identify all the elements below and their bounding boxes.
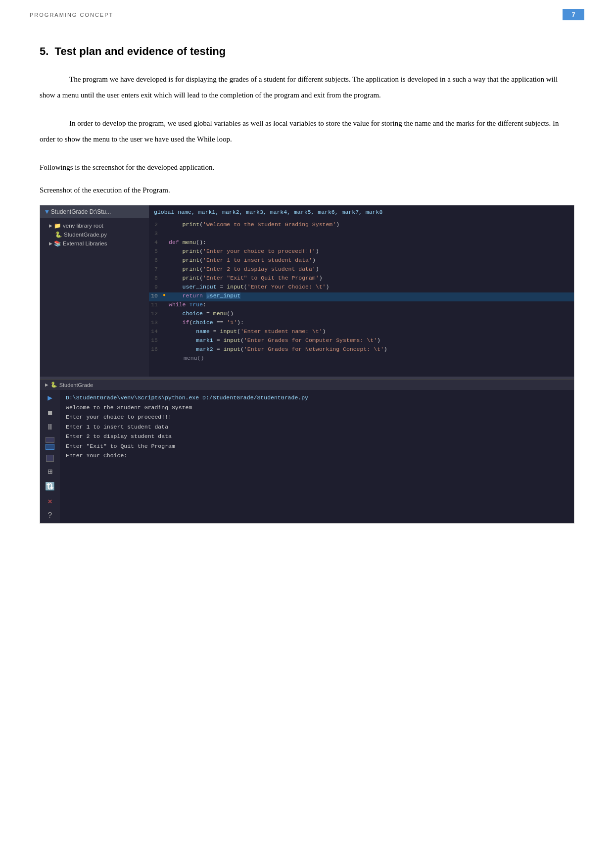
terminal-line-5: Enter "Exit" to Quit the Program bbox=[66, 441, 568, 451]
paragraph-4: Screenshot of the execution of the Progr… bbox=[40, 183, 574, 198]
code-line-2: 2 print('Welcome to the Student Grading … bbox=[149, 221, 574, 230]
page-number: 7 bbox=[563, 9, 584, 20]
ide-terminal: ▶ ◼ ⏸ ⊞ 🔃 ✕ ? D:\StudentGrade\venv\Scrip… bbox=[40, 390, 574, 523]
terminal-icon-stop[interactable]: ◼ bbox=[47, 408, 52, 418]
ide-logo-icon: ▼ bbox=[45, 208, 49, 216]
section-heading: 5. Test plan and evidence of testing bbox=[40, 45, 574, 58]
code-line-8: 8 print('Enter "Exit" to Quit the Progra… bbox=[149, 275, 574, 284]
page-header: PROGRAMING CONCEPT 7 bbox=[0, 0, 614, 25]
code-line-14: 14 name = input('Enter student name: \t'… bbox=[149, 328, 574, 337]
lib-icon: 📚 bbox=[54, 240, 61, 247]
code-line-15: 15 mark1 = input('Enter Grades for Compu… bbox=[149, 337, 574, 346]
terminal-icon-box3[interactable] bbox=[46, 455, 54, 462]
terminal-icon-box1[interactable] bbox=[46, 437, 54, 443]
terminal-line-3: Enter 1 to insert student data bbox=[66, 422, 568, 432]
sidebar-item-extlib[interactable]: ▶ 📚 External Libraries bbox=[40, 239, 149, 248]
sidebar-studentgrade-label: StudentGrade.py bbox=[64, 232, 107, 238]
paragraph-3: Followings is the screenshot for the dev… bbox=[40, 160, 574, 176]
code-line-4: 4 def menu(): bbox=[149, 239, 574, 248]
terminal-icon-recycle[interactable]: 🔃 bbox=[45, 482, 55, 491]
terminal-line-2: Enter your choice to proceed!!! bbox=[66, 412, 568, 422]
ide-sidebar: ▶ 📁 venv library root 🐍 StudentGrade.py … bbox=[40, 218, 149, 377]
code-line-6: 6 print('Enter 1 to insert student data'… bbox=[149, 257, 574, 266]
sidebar-extlib-label: External Libraries bbox=[63, 241, 107, 246]
code-line-16: 16 mark2 = input('Enter Grades for Netwo… bbox=[149, 346, 574, 355]
folder-icon: 📁 bbox=[54, 222, 61, 229]
code-line-12: 12 choice = menu() bbox=[149, 310, 574, 319]
ide-topbar: ▼ StudentGrade D:\Stu... global name, ma… bbox=[40, 205, 574, 218]
terminal-line-6: Enter Your Choice: bbox=[66, 451, 568, 461]
ide-screenshot: ▼ StudentGrade D:\Stu... global name, ma… bbox=[40, 205, 574, 524]
code-line-9: 9 user_input = input('Enter Your Choice:… bbox=[149, 284, 574, 292]
run-file-icon: 🐍 bbox=[50, 382, 57, 388]
code-line-13: 13 if(choice == '1'): bbox=[149, 319, 574, 328]
terminal-icon-question[interactable]: ? bbox=[47, 511, 52, 520]
run-bar-label: StudentGrade bbox=[59, 382, 94, 388]
sidebar-venv-label: venv library root bbox=[63, 223, 103, 229]
arrow-icon: ▶ bbox=[49, 223, 52, 228]
terminal-icon-close[interactable]: ✕ bbox=[47, 496, 52, 506]
arrow-icon-2: ▶ bbox=[49, 241, 52, 246]
header-title: PROGRAMING CONCEPT bbox=[30, 12, 113, 18]
terminal-line-1: Welcome to the Student Grading System bbox=[66, 403, 568, 413]
code-line-5: 5 print('Enter your choice to proceed!!!… bbox=[149, 248, 574, 257]
run-icon: ▶ bbox=[45, 382, 48, 388]
ide-project-title: StudentGrade D:\Stu... bbox=[51, 208, 111, 215]
paragraph-1: The program we have developed is for dis… bbox=[40, 72, 574, 103]
terminal-icon-box2[interactable] bbox=[46, 444, 54, 450]
sidebar-item-studentgrade[interactable]: 🐍 StudentGrade.py bbox=[40, 230, 149, 239]
code-line-10: 10 ● return user_input bbox=[149, 292, 574, 301]
ide-topbar-left: ▼ StudentGrade D:\Stu... bbox=[40, 205, 149, 218]
paragraph-2: In order to develop the program, we used… bbox=[40, 116, 574, 147]
terminal-line-4: Enter 2 to display student data bbox=[66, 432, 568, 441]
sidebar-item-venv[interactable]: ▶ 📁 venv library root bbox=[40, 221, 149, 230]
ide-code-editor: 2 print('Welcome to the Student Grading … bbox=[149, 218, 574, 377]
main-content: 5. Test plan and evidence of testing The… bbox=[0, 25, 614, 543]
terminal-icon-group bbox=[46, 437, 54, 450]
code-line-extra: menu() bbox=[149, 355, 574, 364]
run-bar: ▶ 🐍 StudentGrade bbox=[40, 379, 574, 390]
terminal-icon-play[interactable]: ▶ bbox=[47, 393, 52, 403]
terminal-sidebar: ▶ ◼ ⏸ ⊞ 🔃 ✕ ? bbox=[40, 390, 60, 523]
ide-topbar-right: global name, mark1, mark2, mark3, mark4,… bbox=[149, 205, 574, 218]
code-line-7: 7 print('Enter 2 to display student data… bbox=[149, 266, 574, 275]
ide-global-line: global name, mark1, mark2, mark3, mark4,… bbox=[154, 209, 382, 215]
terminal-icon-more[interactable]: ⊞ bbox=[47, 467, 52, 477]
code-line-11: 11 while True: bbox=[149, 301, 574, 310]
terminal-icon-pause[interactable]: ⏸ bbox=[46, 423, 54, 432]
ide-main-area: ▶ 📁 venv library root 🐍 StudentGrade.py … bbox=[40, 218, 574, 377]
code-line-3: 3 bbox=[149, 230, 574, 239]
terminal-output: D:\StudentGrade\venv\Scripts\python.exe … bbox=[60, 390, 574, 523]
terminal-path-line: D:\StudentGrade\venv\Scripts\python.exe … bbox=[66, 393, 568, 403]
python-file-icon: 🐍 bbox=[55, 231, 62, 238]
